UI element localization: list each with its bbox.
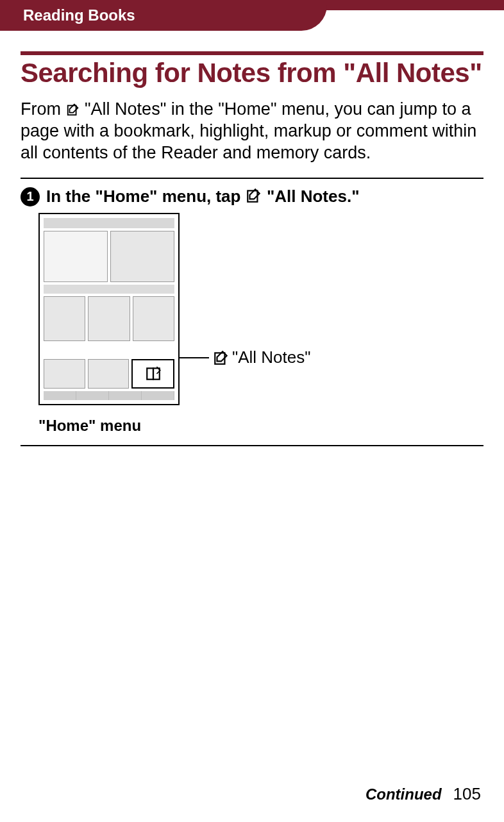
callout-text: "All Notes"	[232, 348, 311, 367]
step-pre: In the "Home" menu, tap	[46, 187, 246, 206]
screenshot-footer	[44, 391, 174, 400]
screenshot-tile	[88, 296, 130, 341]
header-tab: Reading Books	[0, 0, 327, 31]
screenshot-icons-row	[44, 359, 174, 389]
intro-post: "All Notes" in the "Home" menu, you can …	[21, 99, 476, 162]
intro-pre: From	[21, 99, 66, 119]
section-title: Reading Books	[23, 6, 135, 24]
screenshot-covers-row	[44, 296, 174, 341]
callout-label: "All Notes"	[213, 348, 311, 367]
pointer-line	[180, 357, 209, 358]
screenshot-tile	[44, 231, 108, 282]
screenshot-tile	[44, 296, 85, 341]
notes-icon	[66, 103, 80, 117]
svg-rect-2	[147, 369, 153, 380]
divider-lower	[21, 445, 483, 446]
screenshot-tile	[44, 359, 85, 389]
notes-icon	[246, 187, 262, 204]
figure-area: "All Notes"	[38, 213, 483, 405]
all-notes-tile-highlight	[131, 359, 174, 389]
screenshot-mid-bar	[44, 285, 174, 294]
divider-upper	[21, 178, 483, 179]
figure-caption: "Home" menu	[38, 417, 504, 435]
step-row: 1 In the "Home" menu, tap "All Notes."	[21, 187, 483, 206]
screenshot-top-row	[44, 231, 174, 282]
home-menu-screenshot	[38, 213, 180, 405]
header-bar: Reading Books	[0, 0, 504, 40]
screenshot-tile	[88, 359, 130, 389]
screenshot-tile	[110, 231, 174, 282]
page-number: 105	[453, 784, 481, 804]
svg-rect-3	[153, 369, 160, 380]
intro-paragraph: From "All Notes" in the "Home" menu, you…	[21, 99, 483, 164]
title-rule	[21, 51, 483, 55]
step-number-bullet: 1	[21, 187, 40, 206]
step-post: "All Notes."	[267, 187, 360, 206]
notes-icon	[213, 349, 230, 366]
callout-pointer: "All Notes"	[180, 348, 311, 367]
page-footer: Continued 105	[365, 784, 481, 804]
step-instruction: In the "Home" menu, tap "All Notes."	[46, 187, 359, 206]
screenshot-header	[44, 218, 174, 228]
continued-label: Continued	[365, 785, 442, 803]
screenshot-tile	[133, 296, 174, 341]
page-title: Searching for Notes from "All Notes"	[21, 59, 483, 87]
